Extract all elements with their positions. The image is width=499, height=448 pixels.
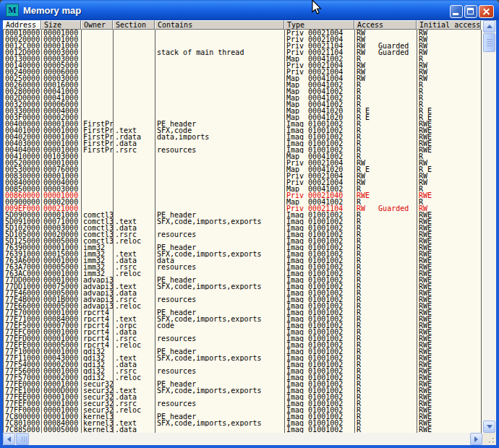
horizontal-scrollbar[interactable] <box>3 433 482 445</box>
column-header-section[interactable]: Section <box>113 20 155 30</box>
table-row[interactable]: 7C88500000005000kernel32.dataImag 010010… <box>4 426 482 433</box>
scroll-up-button[interactable] <box>483 20 495 33</box>
table-row[interactable]: 0041000000103000Map 00041002RR <box>4 153 482 160</box>
table-row[interactable]: 77DD000000001000advapi32PE headerImag 01… <box>4 277 482 283</box>
maximize-button[interactable] <box>464 5 477 18</box>
table-row[interactable]: 77FEF00000001000secur32.rsrcresourcesIma… <box>4 400 482 407</box>
table-row[interactable]: 77FF000000001000secur32.relocImag 010010… <box>4 407 482 413</box>
table-row[interactable]: 0084000000004000Priv 00021004RWRW <box>4 179 482 186</box>
table-row[interactable]: 0052000000001000Priv 00021004RWRW <box>4 160 482 166</box>
table-row[interactable]: 5D12500000005000comctl32.relocImag 01001… <box>4 238 482 244</box>
table-row[interactable]: 0086000000001000Priv 00021040RWERWE <box>4 192 482 199</box>
table-row[interactable]: 5D10200000003000comctl32.dataImag 010010… <box>4 225 482 231</box>
table-row[interactable]: 763AC00000001000imm32.relocImag 01001002… <box>4 270 482 277</box>
table-row[interactable]: 77F5600000001000gdi32.rsrcresourcesImag … <box>4 368 482 374</box>
column-header-owner[interactable]: Owner <box>81 20 113 30</box>
table-row[interactable]: 77E4600000005000advapi32.dataImag 010010… <box>4 290 482 296</box>
table-row[interactable]: 5D09100000071000comctl32.textSFX,code,im… <box>4 218 482 225</box>
table-row[interactable]: 0053000000076000Map 00041020R ER E <box>4 166 482 173</box>
column-header-size[interactable]: Size <box>41 20 81 30</box>
cell-access: RW <box>355 36 417 43</box>
titlebar[interactable]: M Memory map <box>0 0 499 20</box>
table-row[interactable]: 0014000000005000Priv 00021004RWRW <box>4 62 482 69</box>
table-row[interactable]: 0025000000003000Map 00041004RWRW <box>4 75 482 82</box>
cell-address: 003F0000 <box>4 114 42 121</box>
horizontal-scrollbar-thumb[interactable] <box>16 433 29 445</box>
table-row[interactable]: 0085000000003000Map 00041002RR <box>4 186 482 192</box>
column-header-initial-access[interactable]: Initial access <box>417 20 481 30</box>
vertical-scrollbar[interactable] <box>483 20 495 433</box>
table-row[interactable]: 77F1000000001000gdi32PE headerImag 01001… <box>4 348 482 355</box>
table-row[interactable]: 77F1100000043000gdi32.textSFX,code,impor… <box>4 355 482 361</box>
table-row[interactable]: 0012D00000003000stack of main threadPriv… <box>4 49 482 56</box>
column-header-contains[interactable]: Contains <box>155 20 284 30</box>
scroll-left-button[interactable] <box>3 433 15 445</box>
table-row[interactable]: 003F000000002000Map 00041020R ER E <box>4 114 482 121</box>
cell-address: 77F56000 <box>4 368 42 374</box>
table-row[interactable]: 0028000000041000Map 00041002RR <box>4 88 482 95</box>
table-row[interactable]: 0040300000001000FirstPro.dataImag 010010… <box>4 140 482 147</box>
table-row[interactable]: 7C80100000084000kernel32.textSFX,code,im… <box>4 420 482 426</box>
table-row[interactable]: 0032000000006000Map 00041002RR <box>4 101 482 108</box>
cell-access: R E <box>355 108 417 114</box>
table-row[interactable]: 009EF00000021000Priv 00021104RW GuardedR… <box>4 205 482 212</box>
table-row[interactable]: 77FE000000001000secur32PE headerImag 010… <box>4 381 482 387</box>
table-row[interactable]: 763A700000005000imm32.rsrcresourcesImag … <box>4 264 482 270</box>
table-row[interactable]: 0002000000001000Priv 00021004RWRW <box>4 36 482 43</box>
cell-type: Imag 01001002 <box>285 329 355 335</box>
table-row[interactable]: 77F5700000002000gdi32.relocImag 01001002… <box>4 374 482 381</box>
minimize-button[interactable] <box>450 5 463 18</box>
table-row[interactable]: 0040200000001000FirstPro.rdatadata,impor… <box>4 134 482 140</box>
resize-grip[interactable] <box>482 433 496 445</box>
column-header-address[interactable]: Address <box>3 20 41 30</box>
cell-section: .text <box>114 283 155 290</box>
cell-contains <box>155 69 285 75</box>
cell-type: Map 00041002 <box>285 95 355 101</box>
table-row[interactable]: 77EF500000007000rpcrt4.orpccodeImag 0100… <box>4 322 482 329</box>
table-row[interactable]: 77E7100000084000rpcrt4.textSFX,code,impo… <box>4 316 482 322</box>
table-row[interactable]: 0090000000002000Map 00041002RR <box>4 199 482 205</box>
table-row[interactable]: 0024000000006000Priv 00021004RWRW <box>4 69 482 75</box>
table-row[interactable]: 77FE10000000D000secur32.textSFX,code,imp… <box>4 387 482 394</box>
table-row[interactable]: 0040000000001000FirstProPE headerImag 01… <box>4 121 482 127</box>
cell-initial_access: R <box>417 153 482 160</box>
table-row[interactable]: 0033000000004000Map 00041020R ER E <box>4 108 482 114</box>
table-row[interactable]: 77FEE00000001000secur32.dataImag 0100100… <box>4 394 482 400</box>
cell-section <box>114 381 155 387</box>
vertical-scrollbar-thumb[interactable] <box>483 33 495 52</box>
table-row[interactable]: 77EFD00000001000rpcrt4.rsrcresourcesImag… <box>4 335 482 342</box>
cell-type: Imag 01001002 <box>285 257 355 264</box>
cell-contains: SFX,code,imports,exports <box>155 251 285 257</box>
scroll-right-button[interactable] <box>470 433 482 445</box>
cell-address: 77E66000 <box>4 303 42 309</box>
table-row[interactable]: 0040400000001000FirstPro.rsrcresourcesIm… <box>4 147 482 153</box>
table-row[interactable]: 7639000000001000imm32PE headerImag 01001… <box>4 244 482 251</box>
table-row[interactable]: 0026000000016000Map 00041002RR <box>4 82 482 88</box>
cell-contains <box>155 179 285 186</box>
table-row[interactable]: 763A600000001000imm32.datadataImag 01001… <box>4 257 482 264</box>
table-row[interactable]: 77EFC00000001000rpcrt4.dataImag 01001002… <box>4 329 482 335</box>
close-button[interactable] <box>479 5 494 18</box>
table-row[interactable]: 5D10500000020000comctl32.rsrcresourcesIm… <box>4 231 482 238</box>
cell-contains: PE header <box>155 277 285 283</box>
cell-owner <box>82 192 114 199</box>
column-header-type[interactable]: Type <box>284 20 354 30</box>
table-row[interactable]: 77DD100000075000advapi32.textSFX,code,im… <box>4 283 482 290</box>
table-row[interactable]: 77E6600000005000advapi32.relocImag 01001… <box>4 303 482 309</box>
column-header-access[interactable]: Access <box>354 20 417 30</box>
table-row[interactable]: 7C80000000001000kernel32PE headerImag 01… <box>4 413 482 420</box>
table-row[interactable]: 7639100000015000imm32.textSFX,code,impor… <box>4 251 482 257</box>
table-row[interactable]: 0012C00000001000Priv 00021104RW GuardedR… <box>4 43 482 49</box>
table-row[interactable]: 5D09000000001000comctl32PE headerImag 01… <box>4 212 482 218</box>
table-row[interactable]: 002D000000041000Map 00041002RR <box>4 95 482 101</box>
table-row[interactable]: 77E7000000001000rpcrt4PE headerImag 0100… <box>4 309 482 316</box>
table-row[interactable]: 77E4B0000001B000advapi32.rsrcresourcesIm… <box>4 296 482 303</box>
table-row[interactable]: 0040100000001000FirstPro.textSFX,codeIma… <box>4 127 482 134</box>
table-row[interactable]: 0001000000001000Priv 00021004RWRW <box>4 30 482 36</box>
table-row[interactable]: 0013000000003000Map 00041002RR <box>4 56 482 62</box>
table-row[interactable]: 77EFE00000005000rpcrt4.relocImag 0100100… <box>4 342 482 348</box>
table-row[interactable]: 0083000000001000Priv 00021004RWRW <box>4 173 482 179</box>
scroll-down-button[interactable] <box>483 421 495 433</box>
cell-size: 00001000 <box>42 140 82 147</box>
table-row[interactable]: 77F5400000002000gdi32.dataImag 01001002R… <box>4 361 482 368</box>
